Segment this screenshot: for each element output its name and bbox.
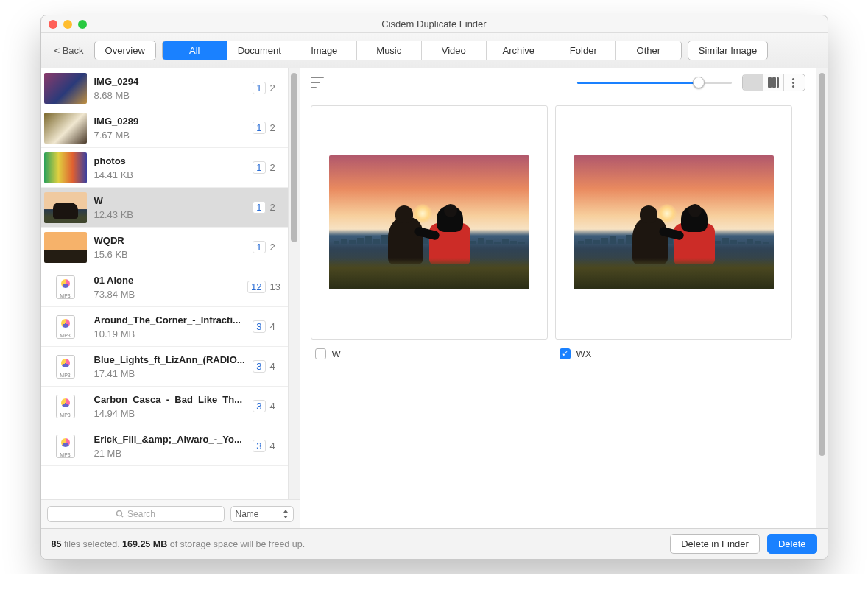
sort-value: Name: [236, 509, 259, 519]
close-icon[interactable]: [49, 20, 57, 29]
overview-button[interactable]: Overview: [94, 41, 156, 60]
grid-view-icon[interactable]: [743, 74, 763, 91]
main-scrollbar[interactable]: [816, 68, 828, 528]
list-item[interactable]: photos14.41 KB12: [41, 148, 288, 188]
list-item[interactable]: MP301 Alone73.84 MB1213: [41, 267, 288, 307]
select-checkbox[interactable]: [315, 348, 326, 359]
item-size: 17.41 MB: [94, 368, 253, 379]
item-name: Erick_Fill_&amp;_Alwaro_-_Yo...: [94, 434, 253, 445]
item-size: 8.68 MB: [94, 90, 253, 101]
search-placeholder: Search: [127, 509, 155, 519]
selected-count: 12: [247, 281, 265, 293]
item-size: 73.84 MB: [94, 289, 248, 300]
preview-image[interactable]: [555, 105, 792, 340]
tab-image[interactable]: Image: [292, 41, 357, 60]
card-label: W: [332, 348, 341, 359]
image-thumbnail: [44, 73, 87, 104]
preview-toolbar: [300, 68, 816, 96]
total-count: 2: [270, 202, 280, 213]
selected-count: 3: [253, 360, 266, 373]
selected-count: 1: [253, 122, 266, 134]
sidebar: IMG_02948.68 MB12IMG_02897.67 MB12photos…: [41, 68, 300, 528]
preview-image[interactable]: [311, 105, 548, 340]
tab-music[interactable]: Music: [357, 41, 422, 60]
status-bar: 85 files selected. 169.25 MB of storage …: [41, 528, 828, 559]
tab-video[interactable]: Video: [422, 41, 487, 60]
selected-count: 3: [253, 320, 266, 333]
total-count: 4: [270, 361, 280, 372]
minimize-icon[interactable]: [63, 20, 72, 29]
titlebar: Cisdem Duplicate Finder: [41, 15, 828, 33]
list-item[interactable]: MP3Around_The_Corner_-_Infracti...10.19 …: [41, 307, 288, 347]
mp3-icon: MP3: [56, 355, 75, 379]
total-count: 4: [270, 321, 280, 332]
total-count: 2: [270, 82, 280, 94]
total-count: 2: [270, 122, 280, 133]
selected-count: 3: [253, 400, 266, 412]
selected-count: 3: [253, 440, 266, 452]
back-button[interactable]: < Back: [50, 45, 88, 56]
search-icon: [116, 510, 124, 518]
select-checkbox[interactable]: ✓: [560, 348, 571, 359]
list-view-icon[interactable]: [784, 74, 805, 91]
view-mode-toggle: [742, 74, 805, 91]
list-item[interactable]: WQDR15.6 KB12: [41, 228, 288, 267]
item-name: Blue_Lights_ft_LizAnn_(RADIO...: [94, 354, 253, 365]
tab-archive[interactable]: Archive: [487, 41, 551, 60]
image-thumbnail: [44, 152, 87, 183]
tab-document[interactable]: Document: [227, 41, 292, 60]
delete-button[interactable]: Delete: [767, 534, 817, 554]
delete-in-finder-button[interactable]: Delete in Finder: [670, 534, 760, 554]
mp3-icon: MP3: [56, 395, 75, 418]
list-item[interactable]: IMG_02897.67 MB12: [41, 108, 288, 148]
preview-card: W: [311, 105, 548, 359]
fullscreen-icon[interactable]: [78, 20, 87, 29]
zoom-slider[interactable]: [577, 82, 732, 84]
mp3-icon: MP3: [56, 315, 75, 339]
item-size: 12.43 KB: [94, 209, 253, 220]
total-count: 2: [270, 162, 280, 173]
total-count: 13: [270, 281, 280, 292]
item-size: 14.94 MB: [94, 408, 253, 419]
duplicate-list: IMG_02948.68 MB12IMG_02897.67 MB12photos…: [41, 68, 288, 499]
item-name: IMG_0289: [94, 116, 253, 127]
sort-select[interactable]: Name: [230, 506, 294, 522]
window-controls: [49, 20, 87, 29]
total-count: 4: [270, 401, 280, 412]
mp3-icon: MP3: [56, 275, 75, 299]
preview-card: ✓WX: [555, 105, 792, 359]
item-name: W: [94, 195, 253, 206]
search-input[interactable]: Search: [47, 506, 225, 522]
selected-count: 1: [253, 241, 266, 253]
main-panel: W✓WX: [300, 68, 816, 528]
tab-folder[interactable]: Folder: [551, 41, 616, 60]
item-size: 14.41 KB: [94, 169, 253, 180]
selected-count: 1: [253, 201, 266, 214]
list-item[interactable]: MP3Blue_Lights_ft_LizAnn_(RADIO...17.41 …: [41, 347, 288, 387]
sidebar-footer: Search Name: [41, 499, 300, 528]
list-item[interactable]: W12.43 KB12: [41, 188, 288, 228]
tab-other[interactable]: Other: [616, 41, 681, 60]
image-thumbnail: [44, 113, 87, 144]
item-name: Around_The_Corner_-_Infracti...: [94, 314, 253, 326]
status-text: 85 files selected. 169.25 MB of storage …: [52, 539, 306, 549]
item-size: 21 MB: [94, 448, 253, 459]
list-item[interactable]: IMG_02948.68 MB12: [41, 68, 288, 108]
column-view-icon[interactable]: [763, 74, 784, 91]
similar-image-button[interactable]: Similar Image: [688, 41, 768, 60]
preview-grid: W✓WX: [300, 96, 816, 528]
size-freed: 169.25 MB: [122, 539, 167, 549]
files-count: 85: [52, 539, 62, 549]
window-title: Cisdem Duplicate Finder: [49, 18, 820, 29]
selected-count: 1: [253, 161, 266, 174]
tab-all[interactable]: All: [163, 41, 227, 60]
total-count: 2: [270, 242, 280, 253]
item-size: 10.19 MB: [94, 328, 253, 340]
item-name: WQDR: [94, 235, 253, 246]
svg-point-0: [116, 511, 121, 516]
sort-icon[interactable]: [311, 77, 325, 88]
list-item[interactable]: MP3Erick_Fill_&amp;_Alwaro_-_Yo...21 MB3…: [41, 426, 288, 466]
scrollbar[interactable]: [288, 68, 300, 499]
list-item[interactable]: MP3Carbon_Casca_-_Bad_Like_Th...14.94 MB…: [41, 387, 288, 426]
filter-tabs: AllDocumentImageMusicVideoArchiveFolderO…: [162, 41, 682, 60]
